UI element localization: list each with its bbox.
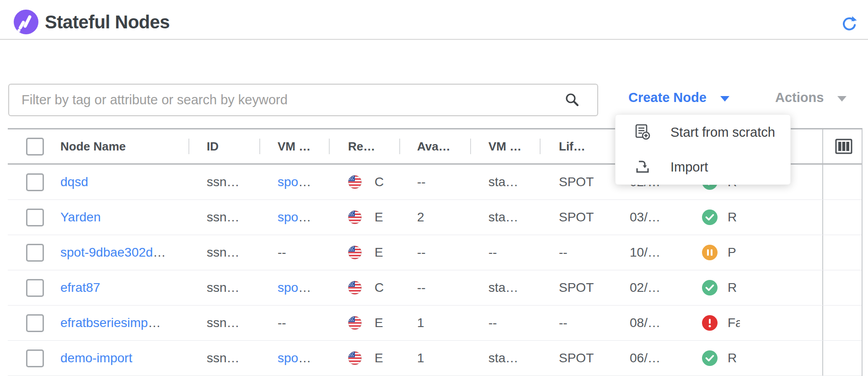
status-label: P	[728, 245, 740, 260]
node-id: ssn…	[207, 245, 240, 260]
vm-status: sta…	[488, 210, 518, 225]
row-checkbox[interactable]	[26, 314, 44, 332]
table-row: spot-9dbae302d…ssn…--E------10/…P	[8, 235, 862, 270]
column-header-vm[interactable]: VM …	[259, 129, 329, 163]
column-header-region[interactable]: Re…	[329, 129, 399, 163]
table-row: demo-importssn…spo…E1sta…SPOT06/…R	[8, 341, 862, 376]
import-icon	[633, 157, 652, 177]
create-node-label: Create Node	[628, 90, 707, 105]
region-label: E	[375, 351, 383, 365]
us-flag-icon	[348, 210, 362, 224]
node-id: ssn…	[207, 316, 240, 330]
status-paused-icon	[702, 245, 718, 260]
column-header-id[interactable]: ID	[188, 129, 259, 163]
row-checkbox[interactable]	[26, 209, 44, 226]
status-failed-icon	[702, 315, 718, 331]
new-document-icon	[633, 123, 652, 142]
us-flag-icon	[348, 316, 362, 330]
column-header-node-name[interactable]: Node Name	[46, 129, 188, 163]
vm-name: --	[278, 245, 286, 260]
menu-item-start-from-scratch[interactable]: Start from scratch	[616, 115, 790, 150]
availability-zone: 1	[417, 351, 424, 365]
column-header-lifecycle[interactable]: Lif…	[540, 129, 615, 163]
table-body: dqsdssn…spo…C--sta…SPOT02/…RYardenssn…sp…	[8, 165, 862, 376]
search-icon[interactable]	[564, 92, 580, 107]
vm-status: sta…	[488, 351, 518, 365]
region-label: E	[375, 245, 383, 260]
us-flag-icon	[348, 281, 362, 295]
row-checkbox[interactable]	[26, 279, 44, 297]
node-name-link[interactable]: efratbseriesimp	[60, 316, 148, 330]
status-label: R	[728, 280, 740, 295]
node-name-link[interactable]: dqsd	[60, 175, 88, 189]
node-name-link[interactable]: spot-9dbae302d	[60, 245, 153, 260]
vm-name-link[interactable]: spo	[278, 351, 298, 365]
caret-down-icon	[837, 96, 847, 102]
menu-item-label: Start from scratch	[670, 125, 775, 140]
create-node-menu: Start from scratch Import	[615, 114, 791, 185]
created-date: 02/…	[630, 280, 660, 295]
lifecycle: SPOT	[559, 280, 594, 295]
vm-name-link[interactable]: spo	[278, 210, 298, 225]
column-header-vm-2[interactable]: VM …	[470, 129, 540, 163]
columns-icon[interactable]	[835, 139, 852, 154]
page-title: Stateful Nodes	[45, 10, 170, 34]
truncation-ellipsis: …	[298, 210, 311, 225]
vm-status: sta…	[488, 280, 518, 295]
vm-status: --	[488, 316, 497, 330]
row-checkbox[interactable]	[26, 349, 44, 367]
node-id: ssn…	[207, 351, 240, 365]
actions-button[interactable]: Actions	[775, 90, 847, 105]
node-name-link[interactable]: efrat87	[60, 280, 100, 295]
vm-name-link[interactable]: spo	[278, 280, 298, 295]
vm-name-link[interactable]: spo	[278, 175, 298, 189]
truncation-ellipsis: …	[298, 280, 311, 295]
status-running-icon	[702, 280, 718, 295]
table-row: efratbseriesimp…ssn…--E1----08/…Fa	[8, 306, 862, 341]
truncation-ellipsis: …	[298, 351, 311, 365]
refresh-icon[interactable]	[841, 15, 858, 32]
node-name-link[interactable]: Yarden	[60, 210, 101, 225]
status-label: R	[728, 210, 740, 225]
vm-status: sta…	[488, 175, 518, 189]
created-date: 03/…	[630, 210, 660, 225]
created-date: 06/…	[630, 351, 660, 365]
row-checkbox[interactable]	[26, 244, 44, 262]
availability-zone: --	[417, 280, 426, 295]
us-flag-icon	[348, 351, 362, 365]
filter-bar	[8, 84, 598, 116]
node-name-link[interactable]: demo-import	[60, 351, 132, 365]
availability-zone: 1	[417, 316, 424, 330]
menu-item-import[interactable]: Import	[616, 150, 790, 184]
region-label: C	[375, 175, 384, 189]
menu-item-label: Import	[670, 160, 708, 175]
region-label: E	[375, 210, 383, 225]
availability-zone: 2	[417, 210, 424, 225]
actions-label: Actions	[775, 90, 824, 105]
truncation-ellipsis: …	[153, 245, 166, 260]
select-all-checkbox[interactable]	[26, 138, 44, 156]
filter-input[interactable]	[9, 85, 566, 114]
lifecycle: --	[559, 316, 568, 330]
status-label: Fa	[728, 316, 740, 330]
caret-down-icon	[720, 96, 729, 102]
truncation-ellipsis: …	[148, 316, 161, 330]
lifecycle: --	[559, 245, 568, 260]
availability-zone: --	[417, 175, 426, 189]
table-row: efrat87ssn…spo…C--sta…SPOT02/…R	[8, 270, 862, 306]
region-label: C	[375, 280, 384, 295]
row-checkbox[interactable]	[26, 173, 44, 191]
lifecycle: SPOT	[559, 175, 594, 189]
availability-zone: --	[417, 245, 426, 260]
us-flag-icon	[348, 246, 362, 259]
column-header-availability[interactable]: Ava…	[399, 129, 470, 163]
truncation-ellipsis: …	[298, 175, 311, 189]
spot-logo-icon	[14, 10, 38, 34]
lifecycle: SPOT	[559, 351, 594, 365]
status-label: R	[728, 351, 740, 365]
table-row: Yardenssn…spo…E2sta…SPOT03/…R	[8, 200, 862, 235]
status-running-icon	[702, 350, 718, 366]
lifecycle: SPOT	[559, 210, 594, 225]
create-node-button[interactable]: Create Node	[628, 90, 729, 105]
us-flag-icon	[348, 175, 362, 189]
